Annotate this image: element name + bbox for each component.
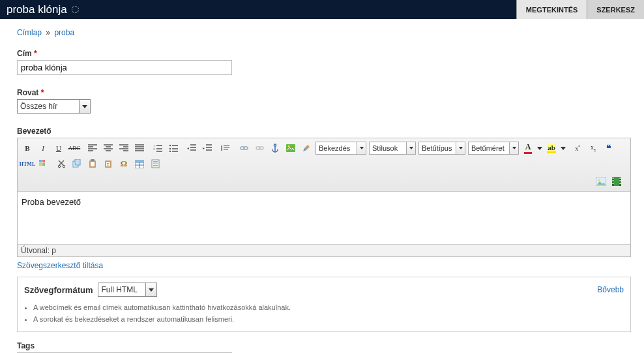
svg-point-2 — [169, 145, 171, 146]
select-button[interactable] — [456, 142, 465, 154]
chevron-down-icon — [82, 105, 87, 108]
select-button[interactable] — [357, 142, 366, 154]
chevron-down-icon — [537, 147, 542, 150]
field-rovat: Rovat * Összes hír — [17, 88, 631, 114]
bg-color-button[interactable]: ab — [544, 141, 559, 155]
editor-toolbar: B I U ABC 12 — [18, 138, 630, 192]
editor-element-path: Útvonal: p — [18, 244, 630, 256]
paste-icon — [89, 159, 96, 168]
subscript-button[interactable]: x₂ — [586, 141, 600, 155]
svg-rect-30 — [153, 163, 158, 164]
unlink-button[interactable] — [252, 141, 267, 155]
anchor-button[interactable] — [268, 141, 282, 155]
superscript-button[interactable]: x² — [570, 141, 585, 155]
svg-rect-14 — [39, 163, 42, 166]
breadcrumb-home[interactable]: Címlap — [17, 28, 42, 37]
styles-select[interactable]: Stílusok — [369, 142, 416, 155]
align-justify-button[interactable] — [132, 141, 147, 155]
text-format-label: Szövegformátum — [24, 285, 93, 295]
blockquote-icon — [221, 144, 230, 152]
template-button[interactable] — [148, 157, 162, 171]
bold-button[interactable]: B — [20, 141, 35, 155]
svg-rect-27 — [135, 160, 144, 162]
required-marker: * — [34, 49, 37, 58]
more-info-link[interactable]: Bővebb — [597, 285, 624, 294]
required-marker: * — [41, 88, 44, 97]
text-format-select[interactable]: Full HTML — [98, 283, 157, 297]
rovat-select[interactable]: Összes hír — [17, 99, 91, 114]
image-button[interactable] — [284, 141, 298, 155]
select-button[interactable] — [509, 142, 518, 154]
paragraph-format-value: Bekezdés — [316, 142, 357, 154]
align-left-icon — [88, 144, 97, 152]
indent-button[interactable] — [200, 141, 214, 155]
editor-content[interactable]: Proba bevezető — [18, 192, 630, 244]
unordered-list-icon — [169, 144, 178, 152]
quotation-button[interactable]: ❝ — [602, 141, 616, 155]
tags-label: Tags — [17, 341, 631, 350]
breadcrumb-item[interactable]: proba — [54, 28, 74, 37]
anchor-icon — [271, 144, 279, 153]
select-button[interactable] — [406, 142, 415, 154]
font-value: Betűtípus — [419, 142, 456, 154]
blockquote-button[interactable] — [218, 141, 233, 155]
title-input[interactable] — [17, 60, 232, 75]
font-size-select[interactable]: Betűméret — [468, 142, 519, 155]
svg-rect-19 — [75, 159, 80, 165]
html-source-button[interactable]: HTML — [20, 157, 35, 171]
format-hint: A sorokat és bekezdéseket a rendszer aut… — [33, 314, 624, 326]
svg-text:T: T — [107, 162, 110, 166]
chevron-down-icon — [561, 147, 566, 150]
insert-image-button[interactable] — [594, 174, 608, 189]
rovat-select-button[interactable] — [79, 100, 90, 113]
text-color-dropdown[interactable] — [536, 141, 543, 155]
underline-button[interactable]: U — [51, 141, 66, 155]
styles-value: Stílusok — [370, 142, 406, 154]
format-hint: A webcímek és email címek automatikusan … — [33, 302, 624, 314]
table-icon — [135, 160, 144, 168]
paste-button[interactable] — [85, 157, 100, 171]
copy-button[interactable] — [70, 157, 84, 171]
unlink-icon — [255, 144, 265, 152]
link-button[interactable] — [237, 141, 251, 155]
align-justify-icon — [135, 144, 144, 152]
image-icon — [286, 144, 295, 152]
special-char-omega-button[interactable]: Ω — [117, 157, 131, 171]
svg-rect-40 — [620, 177, 621, 179]
text-format-button[interactable] — [145, 283, 156, 296]
align-left-button[interactable] — [85, 141, 100, 155]
gear-icon[interactable] — [72, 6, 79, 13]
italic-button[interactable]: I — [36, 141, 50, 155]
table-button[interactable] — [132, 157, 147, 171]
text-color-button[interactable]: A — [521, 141, 535, 155]
link-icon — [239, 144, 249, 152]
paste-text-button[interactable]: T — [101, 157, 115, 171]
insert-media-button[interactable] — [609, 174, 624, 189]
field-title: Cím * — [17, 49, 631, 75]
align-center-button[interactable] — [101, 141, 115, 155]
disable-editor-link[interactable]: Szövegszerkesztő tiltása — [17, 261, 103, 270]
tab-view[interactable]: MEGTEKINTÉS — [516, 0, 587, 19]
align-right-button[interactable] — [117, 141, 131, 155]
svg-rect-31 — [153, 165, 158, 166]
tab-edit[interactable]: SZERKESZ — [587, 0, 644, 19]
svg-rect-39 — [613, 183, 614, 184]
svg-point-9 — [274, 144, 276, 146]
font-select[interactable]: Betűtípus — [418, 142, 465, 155]
numbered-list-button[interactable]: 12 — [151, 141, 165, 155]
svg-rect-10 — [286, 144, 295, 152]
cut-button[interactable] — [54, 157, 68, 171]
special-char-button[interactable] — [36, 157, 50, 171]
svg-rect-12 — [39, 160, 42, 162]
chevron-down-icon — [360, 147, 364, 149]
chevron-down-icon — [512, 147, 516, 149]
bullet-list-button[interactable] — [166, 141, 181, 155]
strike-button[interactable]: ABC — [67, 141, 81, 155]
chevron-down-icon — [149, 288, 154, 292]
top-bar: proba klónja MEGTEKINTÉS SZERKESZ — [0, 0, 644, 19]
svg-rect-41 — [620, 180, 621, 181]
cleanup-button[interactable] — [299, 141, 314, 155]
bg-color-dropdown[interactable] — [560, 141, 566, 155]
paragraph-format-select[interactable]: Bekezdés — [315, 142, 366, 155]
outdent-button[interactable] — [184, 141, 199, 155]
